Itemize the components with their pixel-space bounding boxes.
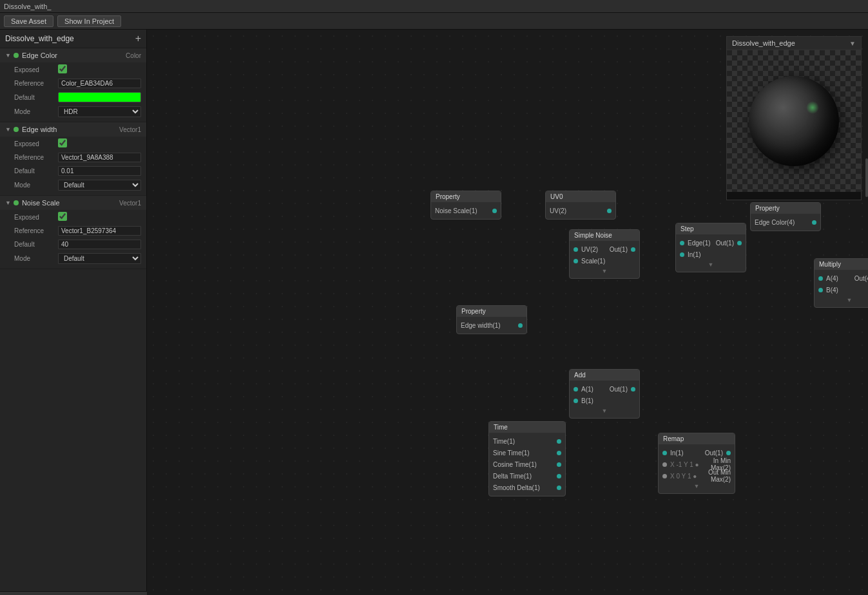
- port-label-right: Out(4): [849, 275, 868, 282]
- prop-group-header-edge-width[interactable]: ▼ Edge width Vector1: [0, 122, 146, 137]
- node-header: Property: [751, 203, 820, 214]
- default-input[interactable]: [58, 240, 141, 249]
- node-header: Simple Noise: [570, 230, 639, 241]
- main-layout: Dissolve_with_edge + ▼ Edge Color Color …: [0, 30, 868, 595]
- prop-group-header-noise-scale[interactable]: ▼ Noise Scale Vector1: [0, 196, 146, 210]
- node-header: Property: [431, 191, 501, 202]
- node-step[interactable]: Step Edge(1) Out(1) In(1) ▼: [675, 223, 746, 272]
- port-label: Edge width(1): [461, 322, 515, 329]
- exposed-checkbox[interactable]: [58, 64, 67, 73]
- port-label: A(4): [826, 275, 849, 282]
- node-simple-noise[interactable]: Simple Noise UV(2) Out(1) Scale(1) ▼: [569, 229, 640, 279]
- mode-select[interactable]: Default HDR: [58, 253, 141, 264]
- reference-input[interactable]: [58, 153, 141, 162]
- exposed-value: [58, 138, 141, 149]
- node-header: UV0: [546, 191, 615, 202]
- node-multiply[interactable]: Multiply A(4) Out(4) B(4) ▼: [814, 258, 868, 308]
- chevron-icon: ▼: [5, 126, 11, 133]
- default-color-swatch: [58, 92, 141, 102]
- default-label: Default: [14, 94, 58, 101]
- mode-label: Mode: [14, 182, 58, 189]
- left-panel: Dissolve_with_edge + ▼ Edge Color Color …: [0, 30, 147, 595]
- node-property-edge-color[interactable]: Property Edge Color(4): [750, 202, 821, 231]
- node-uv0[interactable]: UV0 UV(2): [545, 191, 616, 220]
- reference-label: Reference: [14, 227, 58, 234]
- mode-select[interactable]: Default HDR: [58, 180, 141, 191]
- panel-resize-handle[interactable]: [0, 591, 147, 595]
- prop-row-exposed-noise: Exposed: [0, 210, 146, 224]
- port-row-in: In(1): [676, 249, 746, 260]
- default-input[interactable]: [58, 166, 141, 176]
- port-dot-in: [818, 276, 823, 281]
- port-row-time: Time(1): [489, 435, 565, 447]
- node-expand[interactable]: ▼: [570, 267, 639, 276]
- port-dot-in: [662, 474, 667, 478]
- show-in-project-button[interactable]: Show In Project: [57, 15, 121, 27]
- node-expand[interactable]: ▼: [659, 482, 735, 491]
- prop-row-default-color: Default: [0, 90, 146, 104]
- mode-select[interactable]: HDR Default: [58, 106, 141, 117]
- prop-group-name: Edge width: [22, 126, 119, 133]
- exposed-value: [58, 64, 141, 75]
- scrollbar-vertical[interactable]: [865, 158, 868, 197]
- node-body: Edge width(1): [457, 317, 526, 334]
- reference-value: [58, 79, 141, 88]
- default-value: [58, 240, 141, 249]
- port-label: Noise Scale(1): [435, 207, 489, 214]
- port-label: Edge Color(4): [755, 219, 809, 226]
- prop-row-mode-width: Mode Default HDR: [0, 178, 146, 193]
- graph-area[interactable]: Property Noise Scale(1) UV0 UV(2) Simple…: [147, 30, 868, 595]
- port-row-b: B(4): [815, 284, 868, 296]
- chevron-icon: ▼: [5, 52, 11, 59]
- port-label: UV(2): [581, 246, 604, 253]
- sphere-highlight: [806, 101, 819, 114]
- prop-row-reference: Reference: [0, 77, 146, 90]
- node-time[interactable]: Time Time(1) Sine Time(1) Cosine Time(1)…: [488, 421, 566, 496]
- port-dot-in: [662, 451, 667, 455]
- port-row: Noise Scale(1): [431, 205, 501, 216]
- port-dot-out: [557, 439, 561, 444]
- node-remap[interactable]: Remap In(1) Out(1) X -1 Y 1 ● In Min Max…: [658, 433, 735, 494]
- reference-input[interactable]: [58, 226, 141, 236]
- port-label-right: Out(1): [604, 246, 628, 253]
- chevron-down-icon: ▼: [849, 40, 856, 47]
- port-row-sine: Sine Time(1): [489, 447, 565, 458]
- port-row: Edge Color(4): [751, 216, 820, 228]
- port-row: Edge width(1): [457, 319, 526, 331]
- toolbar: Save Asset Show In Project: [0, 13, 868, 30]
- port-label: A(1): [581, 386, 604, 393]
- node-add[interactable]: Add A(1) Out(1) B(1) ▼: [569, 369, 640, 419]
- port-dot-out: [557, 451, 561, 455]
- node-expand[interactable]: ▼: [570, 406, 639, 415]
- preview-selector[interactable]: Dissolve_with_edge ▼: [727, 37, 861, 50]
- save-asset-button[interactable]: Save Asset: [4, 15, 53, 27]
- node-body: UV(2): [546, 202, 615, 219]
- port-row-a: A(1) Out(1): [570, 383, 639, 395]
- add-property-button[interactable]: +: [135, 33, 141, 44]
- port-dot-out: [557, 486, 561, 490]
- port-row-outminmax: X 0 Y 1 ● Out Min Max(2): [659, 470, 735, 482]
- port-dot-in: [574, 259, 578, 263]
- port-dot-out: [631, 387, 635, 392]
- port-dot-out: [737, 241, 742, 245]
- port-row-delta: Delta Time(1): [489, 470, 565, 482]
- reference-input[interactable]: [58, 79, 141, 88]
- port-label: X -1 Y 1 ●: [670, 461, 700, 468]
- port-row-smooth: Smooth Delta(1): [489, 482, 565, 493]
- mode-value: HDR Default: [58, 106, 141, 117]
- exposed-value: [58, 212, 141, 222]
- port-label: Edge(1): [688, 240, 711, 247]
- port-dot-in: [574, 387, 578, 392]
- exposed-checkbox[interactable]: [58, 212, 67, 221]
- window-title: Dissolve_with_: [4, 3, 51, 10]
- port-label: Sine Time(1): [493, 449, 554, 457]
- exposed-checkbox[interactable]: [58, 138, 67, 147]
- prop-row-default-noise: Default: [0, 238, 146, 251]
- color-swatch[interactable]: [58, 92, 141, 102]
- node-expand[interactable]: ▼: [676, 260, 746, 269]
- prop-group-header-edge-color[interactable]: ▼ Edge Color Color: [0, 48, 146, 62]
- node-property-noise[interactable]: Property Noise Scale(1): [430, 191, 501, 220]
- node-property-edge-width[interactable]: Property Edge width(1): [456, 305, 527, 334]
- node-expand[interactable]: ▼: [815, 296, 868, 305]
- port-label-right: Out Min Max(2): [700, 469, 731, 483]
